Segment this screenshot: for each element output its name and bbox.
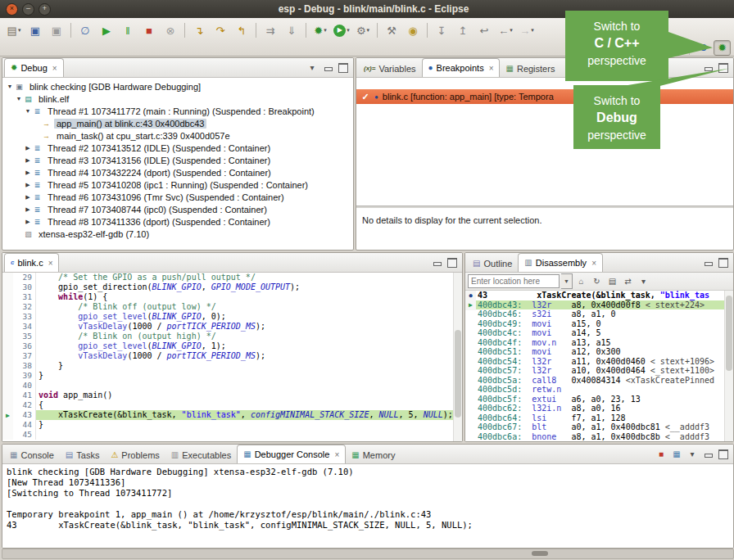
disassembly-line[interactable]: 400dbc64: lsi f7, a1, 128	[465, 413, 733, 423]
editor-marker-gutter[interactable]	[2, 273, 13, 282]
breakpoints-list[interactable]: ✓ ● blink.c [function: app_main] [type: …	[356, 78, 733, 205]
code-editor[interactable]: 29 /* Set the GPIO as a push/pull output…	[2, 273, 462, 441]
debug-tree-item[interactable]: ▶≣Thread #4 1073432224 (dport) (Suspende…	[2, 166, 353, 178]
last-edit-location-button[interactable]: ↩	[474, 21, 494, 39]
tab-debug[interactable]: ✹Debug×	[4, 58, 64, 77]
sync-context-toggle[interactable]: ⇄	[621, 275, 635, 288]
debug-button[interactable]: ✹▾	[310, 21, 330, 39]
disassembly-line[interactable]: 400dbc5f: extui a6, a0, 23, 13	[465, 395, 733, 404]
editor-line[interactable]: 31 while(1) {	[2, 292, 462, 302]
expand-icon[interactable]: ▶	[24, 157, 32, 164]
step-into-button[interactable]: ↴	[189, 21, 209, 39]
maximize-button[interactable]	[446, 256, 459, 269]
editor-line[interactable]: 42{	[2, 400, 462, 410]
debug-tree-item[interactable]: ▼▤blink.elf	[2, 93, 353, 105]
editor-line[interactable]: 34 vTaskDelay(1000 / portTICK_PERIOD_MS)…	[2, 322, 462, 332]
scrollbar-thumb[interactable]	[455, 330, 461, 418]
editor-marker-gutter[interactable]	[2, 351, 13, 361]
tab-variables[interactable]: (x)=Variables	[358, 60, 422, 77]
previous-annotation-button[interactable]: ↥	[453, 21, 473, 39]
editor-line[interactable]: 40	[2, 381, 462, 391]
view-menu-button[interactable]: ▾	[637, 275, 650, 288]
disassembly-line[interactable]: 400dbc51: movi a12, 0x300	[465, 347, 733, 357]
editor-marker-gutter[interactable]	[2, 282, 13, 292]
editor-marker-gutter[interactable]	[2, 322, 13, 332]
editor-line[interactable]: ▶43 xTaskCreate(&blink_task, "blink_task…	[2, 410, 462, 420]
search-button[interactable]: ◉	[403, 21, 423, 39]
editor-line[interactable]: 36 gpio_set_level(BLINK_GPIO, 1);	[2, 341, 462, 351]
window-close-button[interactable]: ×	[6, 3, 18, 16]
terminate-button[interactable]: ■	[139, 21, 159, 39]
show-source-toggle[interactable]: ▤	[605, 275, 619, 288]
debug-tree-item[interactable]: ▼≣Thread #1 1073411772 (main : Running) …	[2, 105, 353, 117]
terminate-button[interactable]: ■	[655, 448, 668, 461]
editor-line[interactable]: 29 /* Set the GPIO as a push/pull output…	[2, 273, 462, 282]
editor-marker-gutter[interactable]	[2, 361, 13, 371]
editor-marker-gutter[interactable]	[2, 430, 13, 440]
tab-debugger-console[interactable]: ▦Debugger Console×	[237, 445, 346, 463]
editor-marker-gutter[interactable]	[2, 332, 13, 341]
editor-line[interactable]: 32 /* Blink off (output low) */	[2, 302, 462, 312]
collapse-icon[interactable]: ▼	[24, 108, 32, 114]
save-button[interactable]: ▣	[25, 21, 45, 39]
expand-icon[interactable]: ▶	[24, 206, 32, 213]
editor-vertical-scrollbar[interactable]	[453, 273, 462, 441]
maximize-button[interactable]	[337, 61, 350, 75]
editor-line[interactable]: 30 gpio_set_direction(BLINK_GPIO, GPIO_M…	[2, 282, 462, 292]
window-minimize-button[interactable]: –	[22, 3, 34, 16]
new-wizard-button[interactable]: ▤▾	[4, 21, 24, 39]
debug-tree-item[interactable]: ▶≣Thread #3 1073413156 (IDLE) (Suspended…	[2, 154, 353, 166]
expand-icon[interactable]: ▶	[24, 169, 32, 176]
debug-tree-item[interactable]: ▶≣Thread #7 1073408744 (ipc0) (Suspended…	[2, 203, 353, 215]
editor-line[interactable]: 39}	[2, 371, 462, 381]
run-button[interactable]: ▶▾	[332, 21, 351, 39]
debug-tree-item[interactable]: →app_main() at blink.c:43 0x400dbc43	[2, 117, 353, 129]
debug-tree-item[interactable]: ▶≣Thread #5 1073410208 (ipc1 : Running) …	[2, 178, 353, 191]
dropdown-caret-icon[interactable]: ▾	[510, 27, 513, 34]
disassembly-line[interactable]: 400dbc62: l32i.n a8, a0, 16	[465, 404, 733, 413]
expand-icon[interactable]: ▶	[24, 194, 32, 201]
tab-breakpoints[interactable]: ●Breakpoints×	[422, 58, 501, 77]
next-annotation-button[interactable]: ↧	[432, 21, 451, 39]
disassembly-line[interactable]: 400dbc57: l32r a10, 0x400d0464 <_stext+1…	[465, 366, 733, 376]
breakpoint-row[interactable]: ✓ ● blink.c [function: app_main] [type: …	[356, 89, 733, 104]
dropdown-caret-icon[interactable]: ▾	[18, 27, 21, 34]
back-button[interactable]: ←▾	[496, 21, 515, 39]
editor-line[interactable]: 41void app_main()	[2, 391, 462, 400]
window-maximize-button[interactable]: +	[39, 3, 51, 16]
minimize-button[interactable]	[430, 256, 443, 269]
close-tab-icon[interactable]: ×	[334, 450, 339, 459]
forward-button[interactable]: →▾	[517, 21, 537, 39]
maximize-button[interactable]	[717, 61, 730, 75]
disassembly-line[interactable]: 400dbc67: blt a0, a1, 0x400dbc81 <__addd…	[465, 422, 733, 432]
suspend-button[interactable]: ‖	[118, 21, 138, 39]
disconnect-button[interactable]: ⊗	[161, 21, 180, 39]
maximize-button[interactable]	[717, 448, 730, 461]
close-tab-icon[interactable]: ×	[48, 259, 53, 268]
debug-tree-item[interactable]: ▧xtensa-esp32-elf-gdb (7.10)	[2, 228, 353, 240]
editor-marker-gutter[interactable]	[2, 302, 13, 312]
debug-tree-item[interactable]: ▶≣Thread #2 1073413512 (IDLE) (Suspended…	[2, 142, 353, 154]
tab-memory[interactable]: ▦Memory	[346, 446, 401, 463]
dropdown-caret-icon[interactable]: ▾	[367, 27, 370, 34]
minimize-button[interactable]	[321, 61, 334, 75]
disassembly-line[interactable]: 400dbc46: s32i a8, a1, 0	[465, 309, 733, 319]
maximize-button[interactable]	[717, 256, 730, 269]
disassembly-line[interactable]: ▶400dbc43: l32r a8, 0x400d00f8 <_stext+2…	[465, 300, 733, 310]
tab-blink-c[interactable]: cblink.c×	[4, 253, 59, 272]
expand-icon[interactable]: ▶	[24, 182, 32, 188]
editor-marker-gutter[interactable]	[2, 420, 13, 430]
editor-marker-gutter[interactable]	[2, 292, 13, 302]
tab-executables[interactable]: ▥Executables	[165, 446, 237, 463]
debug-tree-item[interactable]: ▶≣Thread #6 1073431096 (Tmr Svc) (Suspen…	[2, 191, 353, 203]
expand-icon[interactable]: ▶	[24, 219, 32, 225]
step-over-button[interactable]: ↷	[211, 21, 230, 39]
home-button[interactable]: ⌂	[574, 275, 588, 288]
disassembly-line[interactable]: 400dbc6a: bnone a8, a1, 0x400dbc8b <__ad…	[465, 432, 733, 442]
dropdown-caret-icon[interactable]: ▾	[324, 27, 327, 34]
editor-marker-gutter[interactable]	[2, 371, 13, 381]
editor-line[interactable]: 35 /* Blink on (output high) */	[2, 332, 462, 341]
collapse-icon[interactable]: ▼	[15, 96, 23, 102]
disassembly-line[interactable]: 400dbc5a: call8 0x40084314 <xTaskCreateP…	[465, 376, 733, 386]
tab-registers[interactable]: ▦Registers	[500, 60, 560, 77]
